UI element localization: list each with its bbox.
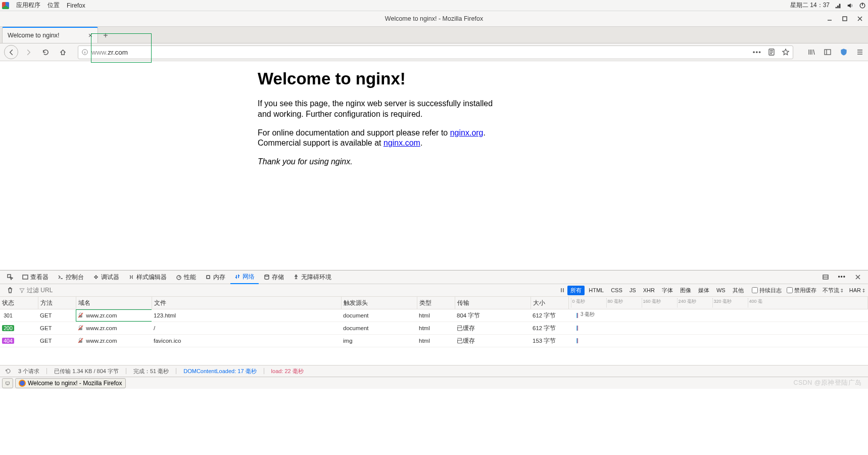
url-domain: zr.com — [108, 49, 128, 56]
col-waterfall[interactable]: 0 毫秒80 毫秒160 毫秒240 毫秒320 毫秒400 毫 — [568, 297, 868, 309]
link-nginx-com[interactable]: nginx.com — [383, 139, 420, 147]
tab-title: Welcome to nginx! — [8, 32, 60, 39]
watermark: CSDN @原神登陆广岛 — [793, 379, 866, 387]
throttle-select[interactable]: 不节流 ‡ — [823, 287, 843, 294]
menu-places[interactable]: 位置 — [47, 1, 60, 10]
element-picker-button[interactable] — [3, 270, 17, 284]
back-button[interactable] — [4, 45, 18, 59]
filter-text-field[interactable] — [27, 287, 87, 294]
tab-style-editor[interactable]: 样式编辑器 — [124, 270, 171, 284]
window-maximize-button[interactable] — [842, 16, 848, 22]
tab-performance[interactable]: 性能 — [172, 270, 200, 284]
table-row[interactable]: 404GET www.zr.comfavicon.icoimghtml已缓存15… — [0, 335, 868, 347]
reload-icon[interactable] — [5, 368, 11, 374]
col-transferred[interactable]: 传输 — [455, 297, 531, 309]
page-thanks: Thank you for using nginx. — [258, 157, 353, 166]
window-title: Welcome to nginx! - Mozilla Firefox — [385, 15, 483, 22]
svg-rect-16 — [6, 382, 10, 384]
forward-button[interactable] — [21, 45, 35, 59]
window-minimize-button[interactable] — [827, 16, 833, 22]
tab-storage[interactable]: 存储 — [260, 270, 288, 284]
devtools-close-button[interactable] — [851, 270, 865, 284]
clear-button[interactable] — [3, 284, 17, 297]
volume-icon[interactable] — [847, 2, 854, 9]
info-icon[interactable] — [81, 49, 88, 56]
filter-all[interactable]: 所有 — [567, 286, 585, 295]
status-transferred: 已传输 1.34 KB / 804 字节 — [54, 368, 119, 375]
filter-js[interactable]: JS — [626, 286, 639, 294]
desktop-taskbar: Welcome to nginx! - Mozilla Firefox CSDN… — [0, 377, 868, 389]
har-menu[interactable]: HAR ‡ — [849, 287, 865, 293]
col-file[interactable]: 文件 — [152, 297, 341, 309]
firefox-icon — [19, 380, 26, 387]
col-initiator[interactable]: 触发源头 — [341, 297, 417, 309]
distro-logo-icon — [2, 2, 9, 9]
tab-console[interactable]: 控制台 — [54, 270, 88, 284]
page-actions-icon[interactable]: ••• — [753, 49, 761, 56]
table-header-row: 状态 方法 域名 文件 触发源头 类型 传输 大小 0 毫秒80 毫秒160 毫… — [0, 297, 868, 309]
reader-mode-icon[interactable] — [767, 48, 776, 56]
filter-img[interactable]: 图像 — [677, 286, 694, 295]
col-status[interactable]: 状态 — [0, 297, 38, 309]
disable-cache-checkbox[interactable]: 禁用缓存 — [787, 287, 816, 294]
link-nginx-org[interactable]: nginx.org — [450, 128, 484, 137]
tab-memory[interactable]: 内存 — [201, 270, 229, 284]
devtools-dock-button[interactable] — [818, 270, 833, 284]
devtools-statusbar: 3 个请求 已传输 1.34 KB / 804 字节 完成：51 毫秒 DOMC… — [0, 365, 868, 377]
url-bar[interactable]: www.zr.com ••• — [78, 46, 793, 59]
svg-rect-9 — [207, 276, 210, 279]
taskbar-app-firefox[interactable]: Welcome to nginx! - Mozilla Firefox — [15, 378, 126, 388]
svg-point-11 — [296, 275, 297, 276]
page-paragraph-1: If you see this page, the nginx web serv… — [258, 99, 505, 120]
filter-css[interactable]: CSS — [608, 286, 625, 294]
bookmark-star-icon[interactable] — [782, 48, 790, 56]
taskbar-app-title: Welcome to nginx! - Mozilla Firefox — [28, 380, 122, 387]
browser-tab[interactable]: Welcome to nginx! × — [2, 27, 98, 43]
new-tab-button[interactable]: + — [98, 28, 113, 43]
tab-network[interactable]: 网络 — [230, 270, 259, 284]
library-icon[interactable] — [807, 48, 815, 56]
col-type[interactable]: 类型 — [417, 297, 455, 309]
page-heading: Welcome to nginx! — [258, 69, 505, 88]
persist-log-checkbox[interactable]: 持续日志 — [752, 287, 782, 294]
sidebar-icon[interactable] — [824, 48, 832, 56]
window-close-button[interactable] — [857, 16, 863, 22]
tab-inspector[interactable]: 查看器 — [18, 270, 53, 284]
filter-xhr[interactable]: XHR — [640, 286, 658, 294]
devtools-tabs: 查看器 控制台 调试器 样式编辑器 性能 内存 网络 存储 无障碍环境 ••• — [0, 270, 868, 284]
show-desktop-button[interactable] — [2, 378, 13, 388]
filter-ws[interactable]: WS — [713, 286, 729, 294]
url-subdomain: www. — [91, 49, 108, 56]
menu-applications[interactable]: 应用程序 — [16, 1, 40, 10]
col-method[interactable]: 方法 — [38, 297, 76, 309]
devtools-more-button[interactable]: ••• — [834, 270, 850, 284]
filter-media[interactable]: 媒体 — [695, 286, 712, 295]
tab-accessibility[interactable]: 无障碍环境 — [289, 270, 335, 284]
menu-icon[interactable] — [856, 48, 864, 56]
window-titlebar: Welcome to nginx! - Mozilla Firefox — [0, 11, 868, 27]
request-type-filters: 所有 HTML CSS JS XHR 字体 图像 媒体 WS 其他 — [567, 286, 746, 295]
network-icon[interactable] — [835, 2, 842, 9]
pause-icon[interactable] — [559, 287, 565, 293]
svg-point-10 — [265, 275, 269, 277]
nav-toolbar: www.zr.com ••• — [0, 43, 868, 61]
power-icon[interactable] — [859, 2, 866, 9]
tab-debugger[interactable]: 调试器 — [89, 270, 123, 284]
status-requests: 3 个请求 — [18, 368, 39, 375]
reload-button[interactable] — [38, 45, 53, 59]
svg-rect-1 — [843, 17, 847, 21]
col-size[interactable]: 大小 — [531, 297, 568, 309]
filter-html[interactable]: HTML — [586, 286, 607, 294]
filter-other[interactable]: 其他 — [730, 286, 747, 295]
filter-input[interactable] — [19, 287, 557, 294]
svg-rect-6 — [23, 275, 28, 279]
home-button[interactable] — [56, 45, 70, 59]
tab-close-icon[interactable]: × — [88, 31, 92, 39]
clock: 星期二 14：37 — [790, 1, 830, 10]
protection-shield-icon[interactable] — [840, 48, 848, 56]
table-row[interactable]: 301GET www.zr.com123.htmldocumenthtml804… — [0, 309, 868, 322]
table-row[interactable]: 200GET www.zr.com/documenthtml已缓存612 字节 — [0, 322, 868, 335]
menu-firefox[interactable]: Firefox — [67, 2, 85, 9]
filter-font[interactable]: 字体 — [659, 286, 676, 295]
col-domain[interactable]: 域名 — [76, 297, 152, 309]
